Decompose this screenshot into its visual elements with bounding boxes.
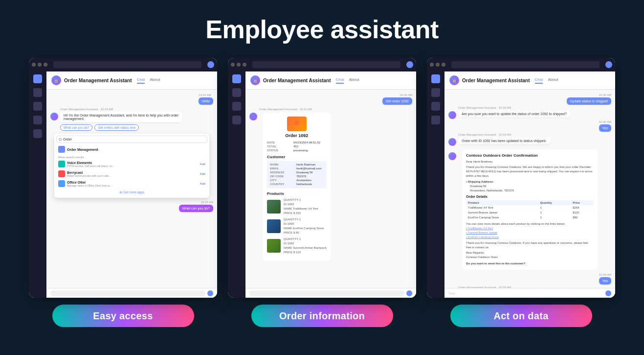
label-text-act: Act on data <box>493 310 548 322</box>
link-tent[interactable]: • TrailMaster X4 Tent <box>466 227 493 230</box>
search-result-berrycast[interactable]: Berrycast Better communicate with your c… <box>56 169 207 178</box>
shipping-line-1: Draaiweg 56 <box>466 184 594 189</box>
msg-yes-text-2: Yes <box>599 277 611 284</box>
product-info-1: QUANTITY 1 ID 1069 NAME TrailMaster X4 T… <box>284 198 318 215</box>
search-query: Order <box>63 138 72 141</box>
send-question: Do you want to send this to the customer… <box>466 261 594 266</box>
ep-name-2: Summit Breeze Jacket <box>466 210 538 215</box>
sidebar-chat-icon-2[interactable] <box>232 74 241 83</box>
msg-get-order: 10:30 AM Get order 1092 <box>249 94 412 105</box>
tab-about-3[interactable]: About <box>548 77 558 84</box>
send-button-1[interactable] <box>207 290 213 296</box>
search-result-voice[interactable]: Voice Elements PSTN access, half price c… <box>56 160 207 168</box>
add-otter-btn[interactable]: Add <box>200 182 205 185</box>
customer-info: NAMEHenk Boelman EMAILhenk@hotmail.com A… <box>267 161 327 189</box>
btn-what-can-you-do[interactable]: What can you do? <box>60 124 92 131</box>
teams-titlebar-2 <box>228 58 416 71</box>
customer-name: Henk Boelman <box>296 163 315 166</box>
bot-msg-time-1: Order Management Assistant · 10:36 AM <box>458 106 570 109</box>
customer-zip: 782376 <box>296 175 306 178</box>
product-info-2: QUANTITY 1 ID 1068 NAME EcoFire Camping … <box>284 217 324 235</box>
zip-label: ZIP CODE <box>270 175 294 178</box>
country-label: COUNTRY <box>270 183 294 186</box>
date-label: DATE <box>267 141 291 144</box>
link-stove[interactable]: • EcoFire Camping Stove <box>466 236 499 238</box>
msg-bot-confirm: Order Management Assistant · 10:36 AM Ar… <box>448 106 611 119</box>
products-section-title: Products <box>267 191 327 196</box>
email-links-label: You can view more details about each pro… <box>466 222 594 226</box>
msg-hello: 10:24 AM Hello <box>50 94 213 105</box>
chat-text-input-2[interactable] <box>249 290 404 296</box>
send-button-2[interactable] <box>406 290 412 296</box>
msg-bot-text: Hi! I'm the Order Management Assistant, … <box>60 112 182 122</box>
email-signature: Best Regards, Contoso Outdoors Team <box>466 251 594 260</box>
get-more-apps-btn[interactable]: ⊕ Get more apps <box>56 189 207 196</box>
bot-msg-avatar-2 <box>249 113 257 120</box>
bot-msg-time-2: Order Management Assistant · 10:36 AM <box>458 133 550 136</box>
tab-chat-2[interactable]: Chat <box>336 77 344 84</box>
search-result-otter[interactable]: Office Otter Manage tasks in Office Otte… <box>56 179 207 188</box>
msg-yes-text-1: Yes <box>599 124 611 132</box>
sidebar-calls-icon[interactable] <box>33 116 42 124</box>
label-text-easy: Easy access <box>93 310 153 322</box>
result-sub-voice: PSTN access, half price call plans, co..… <box>67 165 198 167</box>
send-button-3[interactable] <box>605 290 611 296</box>
sidebar-calendar-icon-3[interactable] <box>431 102 440 111</box>
add-voice-btn[interactable]: Add <box>200 163 205 166</box>
status-value: processing <box>293 149 308 152</box>
email-product-row-3: EcoFire Camping Stove 1 $80 <box>466 215 594 220</box>
email-body-text: Thank you for choosing Contoso Outdoors.… <box>466 165 594 178</box>
link-jacket[interactable]: • Summit Breeze Jacket <box>466 231 497 234</box>
add-berrycast-btn[interactable]: Add <box>200 172 205 175</box>
sidebar-chat-icon-3[interactable] <box>431 74 440 83</box>
titlebar-dot-2 <box>38 63 42 67</box>
search-result-order-mgmt[interactable]: Order Management <box>56 145 207 154</box>
sidebar-teams-icon-2[interactable] <box>232 88 241 97</box>
city-label: CITY <box>270 179 294 182</box>
card-label-easy: Easy access <box>52 305 194 327</box>
msg-get-order-text: Get order 1092 <box>382 97 412 105</box>
result-title-berrycast: Berrycast <box>67 171 198 174</box>
tab-chat-1[interactable]: Chat <box>137 77 145 84</box>
chat-tabs-2: Chat About <box>336 77 359 84</box>
bot-avatar-msg-5 <box>448 152 456 160</box>
col-product: Product <box>466 200 538 205</box>
msg-what-text: What can you do? <box>179 205 213 212</box>
chat-text-input[interactable] <box>50 290 205 296</box>
sidebar-files-icon[interactable] <box>33 129 42 138</box>
tab-about-1[interactable]: About <box>150 77 160 84</box>
msg-bot-intro: Order Management Assistant · 10:24 AM Hi… <box>50 108 213 131</box>
order-title: Order 1092 <box>267 133 327 138</box>
sidebar-teams-icon-3[interactable] <box>431 88 440 97</box>
customer-address: Draaiweg 56 <box>296 171 313 174</box>
product-1: QUANTITY 1 ID 1069 NAME TrailMaster X4 T… <box>267 198 327 215</box>
sidebar-calls-icon-3[interactable] <box>431 116 440 124</box>
msg-what-can-you-do: 10:24 AM What can you do? <box>50 201 213 212</box>
sidebar-calendar-icon-2[interactable] <box>232 102 241 111</box>
msg-yes-1: 10:36 AM Yes <box>448 120 611 132</box>
chat-messages-1: 10:24 AM Hello Order Management Assistan… <box>46 90 217 288</box>
titlebar-dot-9 <box>442 63 445 67</box>
teams-search-bar-3[interactable] <box>451 61 600 68</box>
sidebar-calendar-icon[interactable] <box>33 102 42 111</box>
card-label-order: Order information <box>251 305 393 327</box>
customer-email: henk@hotmail.com <box>296 167 321 170</box>
sidebar-calls-icon-2[interactable] <box>232 116 241 124</box>
teams-search-bar-1[interactable] <box>53 61 201 68</box>
tab-about-2[interactable]: About <box>349 77 359 84</box>
tab-chat-3[interactable]: Chat <box>535 77 543 84</box>
total-value: 452 <box>293 145 298 148</box>
product-img-3 <box>267 239 281 253</box>
sidebar-chat-icon[interactable] <box>33 74 42 83</box>
ep-name-1: TrailMaster X4 Tent <box>466 205 538 210</box>
search-icon <box>59 138 62 141</box>
msg-update-text: Update status to shipped <box>567 97 611 105</box>
email-greeting: Dear Henk Boelman, <box>466 160 594 164</box>
chat-tabs-3: Chat About <box>535 77 558 84</box>
product-img-2 <box>267 219 281 233</box>
sidebar-teams-icon[interactable] <box>33 88 42 97</box>
order-details-card: Order 1092 DATE 04/23/2024 09:51:52 TOTA… <box>263 113 331 260</box>
product-info-3: QUANTITY 1 ID 1069 NAME SummitClimber Ba… <box>284 237 327 255</box>
teams-search-bar-2[interactable] <box>252 61 400 68</box>
btn-get-orders[interactable]: Get orders with status new <box>94 124 139 131</box>
